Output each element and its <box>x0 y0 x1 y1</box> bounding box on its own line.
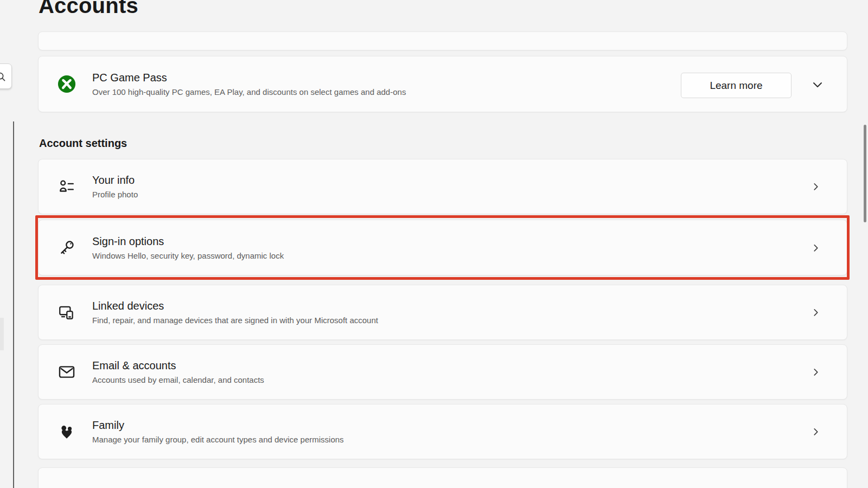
row-title: Your info <box>92 174 138 187</box>
row-title: Sign-in options <box>92 235 284 248</box>
section-heading: Account settings <box>39 137 127 150</box>
row-subtitle: Profile photo <box>92 190 138 199</box>
row-title: Family <box>92 419 344 432</box>
chevron-right-icon <box>810 366 822 378</box>
chevron-down-icon[interactable] <box>810 78 825 93</box>
row-subtitle: Accounts used by email, calendar, and co… <box>92 375 264 384</box>
row-title: Linked devices <box>92 300 378 312</box>
row-subtitle: Windows Hello, security key, password, d… <box>92 251 284 260</box>
settings-row-email-accounts[interactable]: Email & accounts Accounts used by email,… <box>38 344 847 400</box>
settings-row-your-info[interactable]: Your info Profile photo <box>38 159 847 214</box>
search-icon <box>0 71 7 83</box>
partial-card-bottom <box>38 467 847 488</box>
settings-row-linked-devices[interactable]: Linked devices Find, repair, and manage … <box>38 285 847 340</box>
chevron-right-icon <box>810 306 822 318</box>
xbox-icon <box>58 75 76 93</box>
family-icon <box>58 422 76 441</box>
settings-row-family[interactable]: Family Manage your family group, edit ac… <box>38 404 847 459</box>
chevron-right-icon <box>810 426 822 438</box>
nav-selected-item-fragment <box>0 318 4 350</box>
search-input[interactable] <box>0 63 12 89</box>
row-title: Email & accounts <box>92 359 264 372</box>
chevron-right-icon <box>810 181 822 192</box>
email-icon <box>58 363 76 381</box>
row-subtitle: Find, repair, and manage devices that ar… <box>92 316 378 325</box>
chevron-right-icon <box>810 242 822 254</box>
game-pass-card[interactable]: PC Game Pass Over 100 high-quality PC ga… <box>38 56 847 112</box>
game-pass-title: PC Game Pass <box>92 72 406 84</box>
linked-devices-icon <box>58 303 76 322</box>
your-info-icon <box>58 177 76 196</box>
partial-card-top <box>38 31 847 50</box>
page-title: Accounts <box>39 0 138 18</box>
scrollbar-thumb[interactable] <box>864 125 866 222</box>
row-subtitle: Manage your family group, edit account t… <box>92 435 344 444</box>
game-pass-subtitle: Over 100 high-quality PC games, EA Play,… <box>92 87 406 97</box>
learn-more-button[interactable]: Learn more <box>681 73 792 98</box>
key-icon <box>58 239 76 257</box>
nav-panel-divider <box>13 121 14 488</box>
settings-row-sign-in-options[interactable]: Sign-in options Windows Hello, security … <box>38 220 847 275</box>
